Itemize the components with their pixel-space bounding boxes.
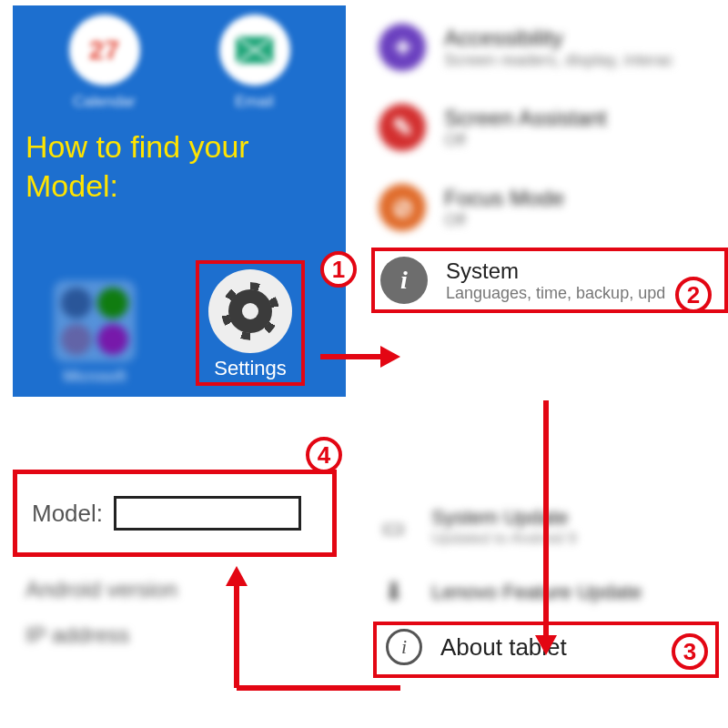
settings-list-panel: ✦ Accessibility Screen readers, display,… [364,0,728,482]
android-version-item[interactable]: Android version [13,557,346,602]
settings-item-accessibility[interactable]: ✦ Accessibility Screen readers, display,… [371,7,728,87]
about-tablet-title: About tablet [440,633,567,662]
settings-label: Settings [208,357,292,380]
homescreen-top-row: 27 Calendar Email [13,5,346,111]
settings-item-focus-mode[interactable]: ⊘ Focus Mode Off [371,167,728,248]
microsoft-folder-icon [54,280,136,362]
phone-icon: ▭ [373,512,413,542]
screen-assistant-sub: Off [444,131,607,150]
settings-item-screen-assistant[interactable]: ✎ Screen Assistant Off [371,87,728,167]
step-badge-3: 3 [672,633,708,670]
feature-update-title: Lenovo Feature Update [431,581,642,604]
email-app[interactable]: Email [219,15,290,111]
accessibility-sub: Screen readers, display, interac [444,51,673,70]
about-tablet-highlight[interactable]: i About tablet [373,622,719,678]
about-page-panel: Model: Android version IP address [13,442,346,715]
settings-app-highlight[interactable]: Settings [196,260,305,386]
accessibility-icon: ✦ [379,24,426,71]
settings-item-system-highlight[interactable]: i System Languages, time, backup, upd [371,248,728,313]
homescreen-panel: 27 Calendar Email How to find your Model… [13,5,346,397]
system-title: System [446,258,665,284]
model-row-highlight: Model: [13,470,337,557]
download-icon: ⬇ [373,577,413,607]
step-badge-1: 1 [320,251,357,288]
step-badge-2: 2 [675,277,712,313]
info-icon: i [386,629,422,665]
instruction-heading: How to find your Model: [25,127,346,205]
calendar-date: 27 [89,35,119,66]
settings-icon-bubble [208,269,292,353]
email-label: Email [219,93,290,111]
microsoft-label: Microsoft [54,368,136,386]
focus-mode-sub: Off [444,211,564,230]
model-value-field [114,496,301,531]
feature-update-item[interactable]: ⬇ Lenovo Feature Update [373,562,719,622]
email-icon [219,15,290,86]
ip-address-item[interactable]: IP address [13,602,346,648]
focus-mode-title: Focus Mode [444,186,564,211]
system-update-sub: Updated to Android 9 [431,530,577,548]
calendar-label: Calendar [69,93,140,111]
model-label: Model: [32,500,103,528]
homescreen-bottom-row: Microsoft Settings [13,260,346,391]
microsoft-folder[interactable]: Microsoft [54,280,136,386]
screen-assistant-title: Screen Assistant [444,106,607,131]
calendar-icon: 27 [69,15,140,86]
system-update-title: System Update [431,506,577,530]
calendar-app[interactable]: 27 Calendar [69,15,140,111]
system-sub: Languages, time, backup, upd [446,284,665,303]
gear-icon [228,289,272,333]
system-page-panel: ▭ System Update Updated to Android 9 ⬇ L… [364,482,728,728]
system-update-item[interactable]: ▭ System Update Updated to Android 9 [373,491,719,562]
step-badge-4: 4 [306,437,342,473]
accessibility-title: Accessibility [444,25,673,51]
focus-icon: ⊘ [379,184,426,231]
wrench-icon: ✎ [379,104,426,151]
info-icon: i [380,257,428,304]
